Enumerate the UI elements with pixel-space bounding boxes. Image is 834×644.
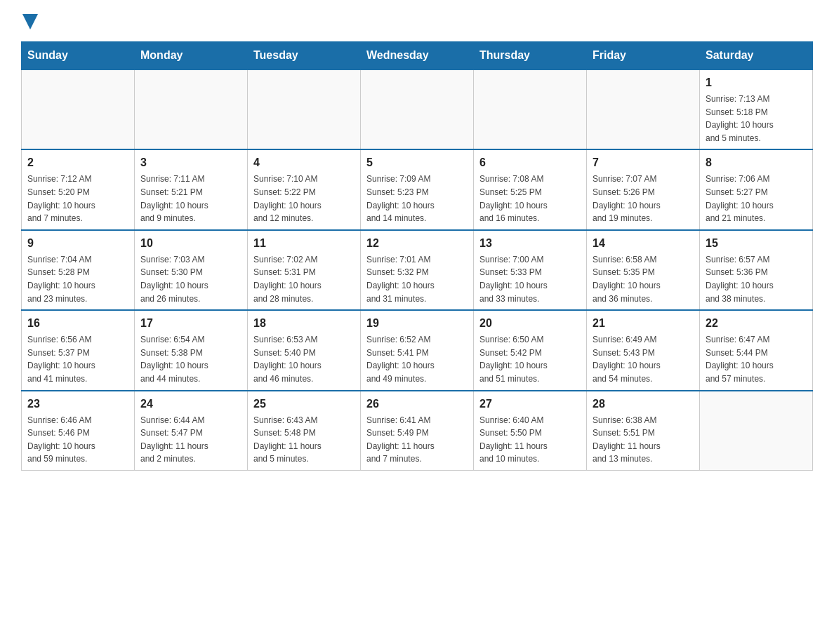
- day-info: Sunrise: 7:07 AM Sunset: 5:26 PM Dayligh…: [593, 173, 694, 224]
- day-number: 15: [706, 235, 807, 252]
- day-number: 23: [27, 396, 128, 412]
- calendar-day-23: 23Sunrise: 6:46 AM Sunset: 5:46 PM Dayli…: [22, 391, 135, 471]
- day-number: 21: [593, 315, 694, 332]
- day-number: 24: [140, 396, 241, 412]
- calendar-empty-day: [474, 69, 587, 149]
- day-number: 27: [479, 396, 581, 412]
- day-number: 11: [253, 235, 355, 252]
- day-info: Sunrise: 7:02 AM Sunset: 5:31 PM Dayligh…: [253, 253, 355, 305]
- calendar-day-10: 10Sunrise: 7:03 AM Sunset: 5:30 PM Dayli…: [135, 230, 248, 310]
- day-number: 22: [706, 315, 807, 332]
- day-number: 5: [366, 154, 468, 171]
- calendar-day-21: 21Sunrise: 6:49 AM Sunset: 5:43 PM Dayli…: [587, 310, 700, 390]
- calendar-week-row: 9Sunrise: 7:04 AM Sunset: 5:28 PM Daylig…: [22, 230, 813, 310]
- calendar-empty-day: [361, 69, 474, 149]
- day-info: Sunrise: 7:12 AM Sunset: 5:20 PM Dayligh…: [27, 173, 128, 224]
- weekday-header-wednesday: Wednesday: [361, 42, 474, 70]
- calendar-empty-day: [587, 69, 700, 149]
- day-info: Sunrise: 7:08 AM Sunset: 5:25 PM Dayligh…: [479, 173, 581, 224]
- day-info: Sunrise: 7:04 AM Sunset: 5:28 PM Dayligh…: [27, 253, 128, 305]
- day-number: 13: [479, 235, 581, 252]
- day-info: Sunrise: 6:52 AM Sunset: 5:41 PM Dayligh…: [366, 333, 468, 385]
- svg-marker-0: [22, 14, 38, 29]
- day-info: Sunrise: 7:01 AM Sunset: 5:32 PM Dayligh…: [366, 253, 468, 305]
- day-info: Sunrise: 6:46 AM Sunset: 5:46 PM Dayligh…: [27, 414, 128, 466]
- day-info: Sunrise: 6:49 AM Sunset: 5:43 PM Dayligh…: [593, 333, 694, 385]
- calendar-day-4: 4Sunrise: 7:10 AM Sunset: 5:22 PM Daylig…: [248, 149, 361, 229]
- calendar-day-7: 7Sunrise: 7:07 AM Sunset: 5:26 PM Daylig…: [587, 149, 700, 229]
- calendar-empty-day: [22, 69, 135, 149]
- calendar-day-20: 20Sunrise: 6:50 AM Sunset: 5:42 PM Dayli…: [474, 310, 587, 390]
- day-info: Sunrise: 6:43 AM Sunset: 5:48 PM Dayligh…: [253, 414, 355, 466]
- day-number: 26: [366, 396, 468, 412]
- calendar-day-14: 14Sunrise: 6:58 AM Sunset: 5:35 PM Dayli…: [587, 230, 700, 310]
- day-info: Sunrise: 6:54 AM Sunset: 5:38 PM Dayligh…: [140, 333, 241, 385]
- day-info: Sunrise: 7:09 AM Sunset: 5:23 PM Dayligh…: [366, 173, 468, 224]
- day-number: 2: [27, 154, 128, 171]
- logo-combined: [21, 14, 38, 34]
- calendar-empty-day: [248, 69, 361, 149]
- calendar-day-26: 26Sunrise: 6:41 AM Sunset: 5:49 PM Dayli…: [361, 391, 474, 471]
- calendar-day-3: 3Sunrise: 7:11 AM Sunset: 5:21 PM Daylig…: [135, 149, 248, 229]
- calendar-day-8: 8Sunrise: 7:06 AM Sunset: 5:27 PM Daylig…: [700, 149, 813, 229]
- day-number: 19: [366, 315, 468, 332]
- day-info: Sunrise: 6:41 AM Sunset: 5:49 PM Dayligh…: [366, 414, 468, 466]
- day-info: Sunrise: 6:47 AM Sunset: 5:44 PM Dayligh…: [706, 333, 807, 385]
- calendar-day-15: 15Sunrise: 6:57 AM Sunset: 5:36 PM Dayli…: [700, 230, 813, 310]
- calendar-day-18: 18Sunrise: 6:53 AM Sunset: 5:40 PM Dayli…: [248, 310, 361, 390]
- day-number: 10: [140, 235, 241, 252]
- day-info: Sunrise: 7:03 AM Sunset: 5:30 PM Dayligh…: [140, 253, 241, 305]
- logo-arrow-icon: [22, 14, 38, 29]
- calendar-day-19: 19Sunrise: 6:52 AM Sunset: 5:41 PM Dayli…: [361, 310, 474, 390]
- day-number: 7: [593, 154, 694, 171]
- weekday-header-thursday: Thursday: [474, 42, 587, 70]
- calendar-day-9: 9Sunrise: 7:04 AM Sunset: 5:28 PM Daylig…: [22, 230, 135, 310]
- weekday-header-saturday: Saturday: [700, 42, 813, 70]
- day-number: 6: [479, 154, 581, 171]
- calendar-day-27: 27Sunrise: 6:40 AM Sunset: 5:50 PM Dayli…: [474, 391, 587, 471]
- calendar-empty-day: [135, 69, 248, 149]
- day-info: Sunrise: 7:10 AM Sunset: 5:22 PM Dayligh…: [253, 173, 355, 224]
- day-number: 25: [253, 396, 355, 412]
- calendar-day-6: 6Sunrise: 7:08 AM Sunset: 5:25 PM Daylig…: [474, 149, 587, 229]
- day-number: 12: [366, 235, 468, 252]
- day-info: Sunrise: 7:00 AM Sunset: 5:33 PM Dayligh…: [479, 253, 581, 305]
- calendar-day-5: 5Sunrise: 7:09 AM Sunset: 5:23 PM Daylig…: [361, 149, 474, 229]
- calendar-week-row: 1Sunrise: 7:13 AM Sunset: 5:18 PM Daylig…: [22, 69, 813, 149]
- calendar-empty-day: [700, 391, 813, 471]
- day-number: 16: [27, 315, 128, 332]
- calendar-day-13: 13Sunrise: 7:00 AM Sunset: 5:33 PM Dayli…: [474, 230, 587, 310]
- calendar-day-17: 17Sunrise: 6:54 AM Sunset: 5:38 PM Dayli…: [135, 310, 248, 390]
- day-number: 3: [140, 154, 241, 171]
- calendar-header-row: SundayMondayTuesdayWednesdayThursdayFrid…: [22, 42, 813, 70]
- day-info: Sunrise: 6:56 AM Sunset: 5:37 PM Dayligh…: [27, 333, 128, 385]
- calendar-day-12: 12Sunrise: 7:01 AM Sunset: 5:32 PM Dayli…: [361, 230, 474, 310]
- calendar-day-2: 2Sunrise: 7:12 AM Sunset: 5:20 PM Daylig…: [22, 149, 135, 229]
- day-number: 9: [27, 235, 128, 252]
- calendar-day-1: 1Sunrise: 7:13 AM Sunset: 5:18 PM Daylig…: [700, 69, 813, 149]
- day-number: 1: [706, 74, 807, 91]
- calendar-day-11: 11Sunrise: 7:02 AM Sunset: 5:31 PM Dayli…: [248, 230, 361, 310]
- calendar-week-row: 2Sunrise: 7:12 AM Sunset: 5:20 PM Daylig…: [22, 149, 813, 229]
- weekday-header-monday: Monday: [135, 42, 248, 70]
- day-info: Sunrise: 6:53 AM Sunset: 5:40 PM Dayligh…: [253, 333, 355, 385]
- day-info: Sunrise: 6:57 AM Sunset: 5:36 PM Dayligh…: [706, 253, 807, 305]
- day-info: Sunrise: 6:50 AM Sunset: 5:42 PM Dayligh…: [479, 333, 581, 385]
- day-info: Sunrise: 6:58 AM Sunset: 5:35 PM Dayligh…: [593, 253, 694, 305]
- calendar-day-16: 16Sunrise: 6:56 AM Sunset: 5:37 PM Dayli…: [22, 310, 135, 390]
- calendar-day-25: 25Sunrise: 6:43 AM Sunset: 5:48 PM Dayli…: [248, 391, 361, 471]
- weekday-header-sunday: Sunday: [22, 42, 135, 70]
- calendar-day-24: 24Sunrise: 6:44 AM Sunset: 5:47 PM Dayli…: [135, 391, 248, 471]
- day-number: 8: [706, 154, 807, 171]
- day-info: Sunrise: 6:38 AM Sunset: 5:51 PM Dayligh…: [593, 414, 694, 466]
- day-info: Sunrise: 7:06 AM Sunset: 5:27 PM Dayligh…: [706, 173, 807, 224]
- day-number: 14: [593, 235, 694, 252]
- day-number: 20: [479, 315, 581, 332]
- day-number: 28: [593, 396, 694, 412]
- calendar-day-28: 28Sunrise: 6:38 AM Sunset: 5:51 PM Dayli…: [587, 391, 700, 471]
- calendar-day-22: 22Sunrise: 6:47 AM Sunset: 5:44 PM Dayli…: [700, 310, 813, 390]
- weekday-header-tuesday: Tuesday: [248, 42, 361, 70]
- day-info: Sunrise: 6:40 AM Sunset: 5:50 PM Dayligh…: [479, 414, 581, 466]
- weekday-header-friday: Friday: [587, 42, 700, 70]
- day-number: 4: [253, 154, 355, 171]
